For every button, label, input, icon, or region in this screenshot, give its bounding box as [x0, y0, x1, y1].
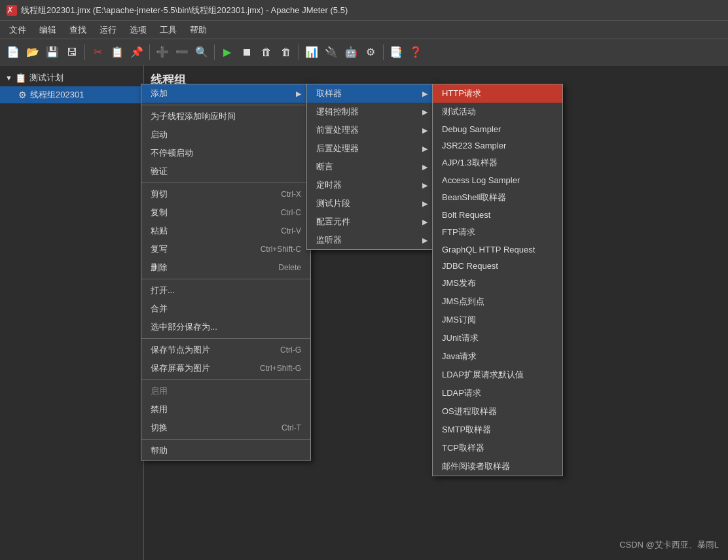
ctx-l1-delete[interactable]: 删除 Delete [141, 258, 310, 277]
ctx-l3-jms-p2p[interactable]: JMS点到点 [433, 292, 562, 311]
ctx-l1-validate[interactable]: 验证 [141, 162, 310, 181]
menubar-item-工具[interactable]: 工具 [153, 22, 183, 39]
ctx-l1-save-screen-img[interactable]: 保存屏幕为图片 Ctrl+Shift-G [141, 359, 310, 377]
toolbar-paste[interactable]: 📌 [128, 43, 146, 61]
ctx-l3-tcp[interactable]: TCP取样器 [433, 439, 562, 457]
ctx-l3-mail[interactable]: 邮件阅读者取样器 [433, 457, 562, 476]
tree-label: 测试计划 [29, 72, 64, 84]
ctx-l3-debug-label: Debug Sampler [442, 124, 501, 134]
toolbar-copy[interactable]: 📋 [108, 43, 126, 61]
ctx-l1-enable[interactable]: 启用 [141, 382, 310, 400]
ctx-l3-debug[interactable]: Debug Sampler [433, 121, 562, 137]
toolbar-run[interactable]: ▶ [218, 43, 236, 61]
ctx-l2-testfrag-arrow: ▶ [422, 200, 428, 208]
ctx-l3-smtp[interactable]: SMTP取样器 [433, 421, 562, 439]
ctx-l3-ajp[interactable]: AJP/1.3取样器 [433, 154, 562, 172]
toolbar-save[interactable]: 💾 [43, 43, 62, 61]
ctx-l2-assert[interactable]: 断言 ▶ [307, 158, 437, 176]
ctx-l3-beanshell[interactable]: BeanShell取样器 [433, 188, 562, 207]
toolbar-remove[interactable]: ➖ [173, 43, 191, 61]
toolbar-add[interactable]: ➕ [153, 43, 172, 61]
toolbar-help[interactable]: ❓ [407, 43, 425, 61]
ctx-l3-bolt[interactable]: Bolt Request [433, 207, 562, 223]
ctx-l3-jsr223[interactable]: JSR223 Sampler [433, 137, 562, 154]
ctx-l1-open[interactable]: 打开... [141, 281, 310, 300]
menubar-item-编辑[interactable]: 编辑 [33, 22, 63, 39]
ctx-l1-merge[interactable]: 合并 [141, 300, 310, 318]
sep2 [149, 44, 150, 60]
ctx-l3-ftp[interactable]: FTP请求 [433, 223, 562, 241]
ctx-l2-testfrag[interactable]: 测试片段 ▶ [307, 194, 437, 213]
ctx-l1-help[interactable]: 帮助 [141, 442, 310, 460]
toolbar-robot[interactable]: 🤖 [342, 43, 360, 61]
ctx-l3-jsr223-label: JSR223 Sampler [442, 141, 506, 150]
ctx-l1-cut[interactable]: 剪切 Ctrl-X [141, 185, 310, 203]
toolbar-clear[interactable]: 🗑 [257, 43, 276, 61]
menubar-item-查找[interactable]: 查找 [63, 22, 93, 39]
ctx-l3-ldap[interactable]: LDAP请求 [433, 384, 562, 402]
ctx-l3-http[interactable]: HTTP请求 [433, 84, 562, 103]
toolbar-search[interactable]: 🔍 [192, 43, 211, 61]
ctx-l1-start-no-pause-label: 不停顿启动 [151, 147, 193, 159]
ctx-l2-sampler[interactable]: 取样器 ▶ [307, 84, 437, 103]
ctx-l1-save-node-img[interactable]: 保存节点为图片 Ctrl-G [141, 341, 310, 359]
ctx-l1-start-no-pause[interactable]: 不停顿启动 [141, 144, 310, 162]
ctx-l2-pre-arrow: ▶ [422, 126, 428, 135]
ctx-l2-config[interactable]: 配置元件 ▶ [307, 213, 437, 231]
ctx-l1-save-selected[interactable]: 选中部分保存为... [141, 318, 310, 336]
ctx-l1-add[interactable]: 添加 ▶ [141, 84, 310, 103]
menubar-item-选项[interactable]: 选项 [123, 22, 153, 39]
ctx-l3-smtp-label: SMTP取样器 [442, 424, 491, 436]
ctx-l1-paste[interactable]: 粘贴 Ctrl-V [141, 222, 310, 240]
toolbar-report[interactable]: 📊 [302, 43, 321, 61]
toolbar-new[interactable]: 📄 [4, 43, 22, 61]
toolbar-clear-all[interactable]: 🗑 [277, 43, 295, 61]
toolbar-settings[interactable]: ⚙ [361, 43, 380, 61]
menubar: 文件编辑查找运行选项工具帮助 [0, 21, 728, 39]
ctx-l3-test-activity[interactable]: 测试活动 [433, 103, 562, 121]
ctx-l3-java[interactable]: Java请求 [433, 347, 562, 366]
menubar-item-帮助[interactable]: 帮助 [183, 22, 213, 39]
toolbar-plugin1[interactable]: 🔌 [322, 43, 340, 61]
ctx-l1-toggle[interactable]: 切换 Ctrl-T [141, 419, 310, 437]
ctx-l1-duplicate-shortcut: Ctrl+Shift-C [261, 245, 301, 254]
ctx-l3-graphql-label: GraphQL HTTP Request [442, 245, 535, 254]
tree-panel: ▼ 📋 测试计划 ⚙ 线程组202301 [0, 65, 144, 560]
ctx-l1-duplicate[interactable]: 复写 Ctrl+Shift-C [141, 240, 310, 258]
menubar-item-文件[interactable]: 文件 [3, 22, 33, 39]
ctx-l2-listener[interactable]: 监听器 ▶ [307, 231, 437, 249]
ctx-l3-ajp-label: AJP/1.3取样器 [442, 157, 498, 169]
ctx-l3-os[interactable]: OS进程取样器 [433, 402, 562, 421]
tree-item-threadgroup[interactable]: ⚙ 线程组202301 [0, 86, 143, 103]
toolbar-stop[interactable]: ⏹ [238, 43, 256, 61]
ctx-l3-jdbc[interactable]: JDBC Request [433, 258, 562, 274]
ctx-l1-disable[interactable]: 禁用 [141, 400, 310, 419]
ctx-l1-delete-label: 删除 [151, 262, 168, 273]
ctx-l2-logic-label: 逻辑控制器 [316, 106, 359, 118]
ctx-l1-add-response-time[interactable]: 为子线程添加响应时间 [141, 107, 310, 126]
toolbar-open[interactable]: 📂 [24, 43, 42, 61]
ctx-l1-start[interactable]: 启动 [141, 126, 310, 144]
tree-icon2: ⚙ [18, 90, 27, 100]
ctx-l3-ldap-ext[interactable]: LDAP扩展请求默认值 [433, 366, 562, 384]
ctx-l1-delete-shortcut: Delete [278, 263, 301, 272]
ctx-l3-java-label: Java请求 [442, 351, 477, 362]
ctx-l3-jms-sub[interactable]: JMS订阅 [433, 311, 562, 329]
ctx-l2-timer[interactable]: 定时器 ▶ [307, 176, 437, 194]
toolbar-cut[interactable]: ✂ [88, 43, 107, 61]
toolbar-saveas[interactable]: 🖫 [63, 43, 81, 61]
ctx-l2-pre[interactable]: 前置处理器 ▶ [307, 121, 437, 139]
context-menu-l1: 添加 ▶ 为子线程添加响应时间 启动 不停顿启动 验证 剪切 Ctrl-X 复制… [141, 84, 311, 461]
ctx-l2-post[interactable]: 后置处理器 ▶ [307, 139, 437, 158]
ctx-l3-junit[interactable]: JUnit请求 [433, 329, 562, 347]
ctx-l3-jms-pub[interactable]: JMS发布 [433, 274, 562, 292]
ctx-l3-jms-sub-label: JMS订阅 [442, 314, 476, 326]
ctx-l3-graphql[interactable]: GraphQL HTTP Request [433, 241, 562, 258]
ctx-l2-logic[interactable]: 逻辑控制器 ▶ [307, 103, 437, 121]
tree-item-testplan[interactable]: ▼ 📋 测试计划 [0, 69, 143, 86]
sep-l1-1 [141, 105, 310, 105]
ctx-l3-access-log[interactable]: Access Log Sampler [433, 172, 562, 188]
toolbar-shortcut[interactable]: 📑 [387, 43, 405, 61]
ctx-l1-copy[interactable]: 复制 Ctrl-C [141, 203, 310, 222]
menubar-item-运行[interactable]: 运行 [93, 22, 123, 39]
